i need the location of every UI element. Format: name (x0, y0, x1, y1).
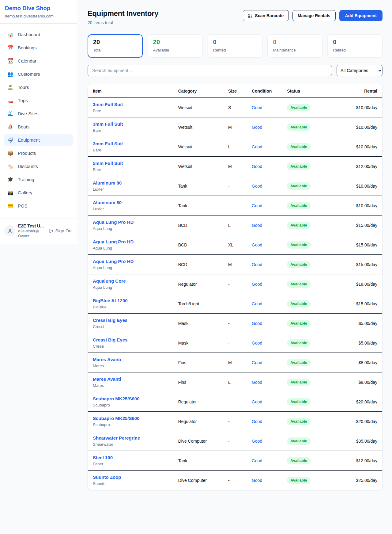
nav-item-icon: 📅 (7, 45, 14, 51)
condition-link[interactable]: Good (252, 419, 262, 424)
item-link[interactable]: Steel 100 (93, 455, 168, 460)
item-link[interactable]: Aqua Lung Pro HD (93, 259, 168, 264)
sidebar-item-dive-sites[interactable]: 🌊 Dive Sites (4, 108, 73, 120)
nav-item-label: Products (18, 151, 36, 156)
condition-link[interactable]: Good (252, 184, 262, 189)
condition-link[interactable]: Good (252, 439, 262, 444)
brand-block: Demo Dive Shop demo.test.divestreams.com (0, 0, 77, 24)
table-row: Scubapro MK25/S600 Scubapro Regulator - … (88, 392, 382, 412)
condition-link[interactable]: Good (252, 341, 262, 345)
sidebar-item-pos[interactable]: 💳 POS (4, 200, 73, 212)
search-input[interactable] (88, 65, 332, 76)
size-cell: M (223, 255, 247, 274)
brand-name: Demo Dive Shop (5, 5, 72, 12)
stat-label: Total (93, 48, 137, 52)
condition-link[interactable]: Good (252, 321, 262, 326)
equipment-table-card: Item Category Size Condition Status Rent… (88, 84, 383, 490)
stat-card-available[interactable]: 20 Available (148, 34, 203, 58)
rental-cell: $15.00/day (329, 255, 382, 274)
stat-card-rented[interactable]: 0 Rented (208, 34, 263, 58)
sidebar-item-equipment[interactable]: 🤿 Equipment (4, 134, 73, 146)
item-link[interactable]: Mares Avanti (93, 357, 168, 362)
category-cell: Regulator (173, 412, 223, 431)
stat-label: Maintenance (273, 48, 317, 52)
condition-link[interactable]: Good (252, 144, 262, 149)
item-link[interactable]: Aqua Lung Pro HD (93, 219, 168, 225)
nav-item-icon: ⛵ (7, 124, 14, 130)
nav-item-icon: 🎓 (7, 177, 14, 182)
condition-link[interactable]: Good (252, 380, 262, 385)
table-row: Aqua Lung Pro HD Aqua Lung BCD M Good Av… (88, 255, 382, 274)
item-link[interactable]: Aluminum 80 (93, 180, 168, 185)
sidebar-item-calendar[interactable]: 📆 Calendar (4, 55, 73, 67)
condition-link[interactable]: Good (252, 203, 262, 208)
item-link[interactable]: 3mm Full Suit (93, 141, 168, 146)
item-link[interactable]: Mares Avanti (93, 376, 168, 382)
item-link[interactable]: 3mm Full Suit (93, 102, 168, 107)
sidebar-item-bookings[interactable]: 📅 Bookings (4, 42, 73, 54)
item-brand: Scubapro (93, 403, 168, 407)
category-cell: Fins (173, 353, 223, 372)
status-badge: Available (287, 359, 310, 366)
rental-cell: $15.00/day (329, 294, 382, 314)
condition-link[interactable]: Good (252, 262, 262, 267)
category-cell: Wetsuit (173, 157, 223, 176)
sidebar-item-tours[interactable]: 🏝️ Tours (4, 81, 73, 93)
condition-link[interactable]: Good (252, 105, 262, 110)
item-link[interactable]: Aluminum 80 (93, 200, 168, 205)
stat-card-total[interactable]: 20 Total (88, 34, 143, 58)
sidebar-item-customers[interactable]: 👥 Customers (4, 68, 73, 80)
sidebar-item-gallery[interactable]: 📸 Gallery (4, 187, 73, 199)
filter-row: All Categories (88, 65, 383, 76)
sign-out-button[interactable]: Sign Out (49, 228, 73, 233)
condition-link[interactable]: Good (252, 399, 262, 404)
nav-item-label: Tours (18, 85, 29, 90)
item-link[interactable]: Aqua Lung Pro HD (93, 239, 168, 244)
item-link[interactable]: Suunto Zoop (93, 475, 168, 480)
stat-card-retired[interactable]: 0 Retired (327, 34, 383, 58)
item-link[interactable]: Cressi Big Eyes (93, 337, 168, 342)
header-actions: Scan Barcode Manage Rentals Add Equipmen… (243, 10, 383, 21)
item-link[interactable]: Aqualung Core (93, 278, 168, 284)
rental-cell: $8.00/day (329, 372, 382, 392)
item-link[interactable]: Shearwater Peregrine (93, 435, 168, 441)
sidebar-item-training[interactable]: 🎓 Training (4, 174, 73, 185)
item-link[interactable]: Cressi Big Eyes (93, 318, 168, 323)
condition-link[interactable]: Good (252, 125, 262, 130)
stat-value: 0 (213, 39, 257, 46)
condition-link[interactable]: Good (252, 164, 262, 169)
size-cell: L (223, 216, 247, 235)
condition-link[interactable]: Good (252, 242, 262, 247)
item-link[interactable]: Scubapro MK25/S600 (93, 416, 168, 421)
scan-barcode-button[interactable]: Scan Barcode (243, 10, 289, 21)
nav-item-label: Discounts (18, 164, 38, 169)
sidebar-item-discounts[interactable]: 🏷️ Discounts (4, 160, 73, 172)
add-equipment-button[interactable]: Add Equipment (339, 10, 383, 21)
sidebar-item-trips[interactable]: 🚤 Trips (4, 94, 73, 106)
nav-item-icon: 👥 (7, 71, 14, 77)
page-header: Equipment Inventory 20 items total Scan … (88, 9, 383, 25)
nav-item-icon: 🚤 (7, 97, 14, 103)
status-badge: Available (287, 280, 310, 288)
condition-link[interactable]: Good (252, 282, 262, 287)
item-link[interactable]: 3mm Full Suit (93, 121, 168, 127)
condition-link[interactable]: Good (252, 223, 262, 228)
stat-card-maintenance[interactable]: 0 Maintenance (267, 34, 322, 58)
item-link[interactable]: 5mm Full Suit (93, 161, 168, 166)
category-filter-select[interactable]: All Categories (337, 65, 383, 76)
rental-cell: $20.00/day (329, 392, 382, 412)
status-badge: Available (287, 241, 310, 249)
sidebar-item-products[interactable]: 📦 Products (4, 147, 73, 159)
sidebar-item-dashboard[interactable]: 📊 Dashboard (4, 29, 73, 40)
condition-link[interactable]: Good (252, 301, 262, 306)
condition-link[interactable]: Good (252, 478, 262, 483)
sidebar-item-boats[interactable]: ⛵ Boats (4, 121, 73, 133)
barcode-scan-icon (248, 13, 253, 18)
status-badge: Available (287, 339, 310, 347)
condition-link[interactable]: Good (252, 360, 262, 365)
nav-item-label: Bookings (18, 45, 37, 50)
item-link[interactable]: Scubapro MK25/S600 (93, 396, 168, 401)
manage-rentals-button[interactable]: Manage Rentals (292, 10, 336, 21)
item-link[interactable]: BigBlue AL1200 (93, 298, 168, 303)
condition-link[interactable]: Good (252, 458, 262, 463)
